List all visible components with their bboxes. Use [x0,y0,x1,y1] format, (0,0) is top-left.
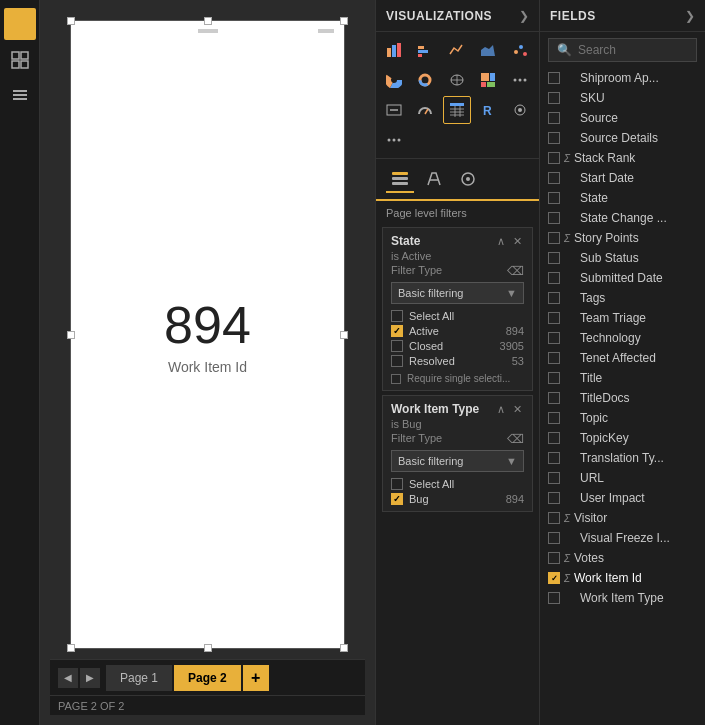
field-item-checkbox[interactable] [548,492,560,504]
workitem-filter-dropdown[interactable]: Basic filtering ▼ [391,450,524,472]
fields-search-box[interactable]: 🔍 [548,38,697,62]
field-list-item[interactable]: Work Item Type [544,588,701,608]
field-list-item[interactable]: ΣWork Item Id [544,568,701,588]
field-item-checkbox[interactable] [548,592,560,604]
state-filter-row-closed[interactable]: Closed 3905 [391,340,524,352]
viz-stacked-bar-icon[interactable] [380,36,408,64]
viz-format-tool-icon[interactable] [420,165,448,193]
field-list-item[interactable]: Start Date [544,168,701,188]
viz-treemap-icon[interactable] [474,66,502,94]
grid-sidebar-icon[interactable] [4,44,36,76]
resize-handle-rm[interactable] [340,331,348,339]
field-list-item[interactable]: TitleDocs [544,388,701,408]
layers-sidebar-icon[interactable] [4,80,36,112]
state-filter-row-resolved[interactable]: Resolved 53 [391,355,524,367]
viz-pie-icon[interactable] [380,66,408,94]
field-item-checkbox[interactable] [548,172,560,184]
viz-gauge-icon[interactable] [411,96,439,124]
field-item-checkbox[interactable] [548,312,560,324]
field-list-item[interactable]: Source [544,108,701,128]
field-item-checkbox[interactable] [548,512,560,524]
field-list-item[interactable]: Visual Freeze I... [544,528,701,548]
state-filter-checkbox-resolved[interactable] [391,355,403,367]
field-item-checkbox[interactable] [548,532,560,544]
field-list-item[interactable]: Source Details [544,128,701,148]
page-tab-2[interactable]: Page 2 [174,665,241,691]
workitem-filter-eraser-icon[interactable]: ⌫ [507,432,524,446]
state-filter-checkbox-active[interactable] [391,325,403,337]
field-item-checkbox[interactable] [548,72,560,84]
page-tab-next-btn[interactable]: ▶ [80,668,100,688]
bar-chart-sidebar-icon[interactable] [4,8,36,40]
field-item-checkbox[interactable] [548,552,560,564]
viz-bar-icon[interactable] [411,36,439,64]
field-item-checkbox[interactable] [548,232,560,244]
workitem-filter-row-bug[interactable]: Bug 894 [391,493,524,505]
field-item-checkbox[interactable] [548,412,560,424]
workitem-filter-row-select-all[interactable]: Select All [391,478,524,490]
field-item-checkbox[interactable] [548,352,560,364]
field-list-item[interactable]: Technology [544,328,701,348]
field-list-item[interactable]: ΣVotes [544,548,701,568]
viz-r-icon[interactable]: R [474,96,502,124]
field-list-item[interactable]: State [544,188,701,208]
field-item-checkbox[interactable] [548,572,560,584]
resize-handle-bm[interactable] [204,644,212,652]
viz-analytics-tool-icon[interactable] [454,165,482,193]
field-list-item[interactable]: Shiproom Ap... [544,68,701,88]
viz-scatter-icon[interactable] [506,36,534,64]
field-list-item[interactable]: ΣStory Points [544,228,701,248]
resize-handle-br[interactable] [340,644,348,652]
page-tab-1[interactable]: Page 1 [106,665,172,691]
page-tab-add-btn[interactable]: + [243,665,269,691]
field-list-item[interactable]: ΣStack Rank [544,148,701,168]
field-list-item[interactable]: Title [544,368,701,388]
field-list-item[interactable]: Submitted Date [544,268,701,288]
field-list-item[interactable]: Sub Status [544,248,701,268]
field-item-checkbox[interactable] [548,92,560,104]
viz-more-icon[interactable] [506,66,534,94]
field-list-item[interactable]: SKU [544,88,701,108]
viz-extra-more-icon[interactable] [380,126,408,154]
resize-handle-bl[interactable] [67,644,75,652]
field-item-checkbox[interactable] [548,332,560,344]
state-filter-eraser-icon[interactable]: ⌫ [507,264,524,278]
fields-search-input[interactable] [578,43,688,57]
field-item-checkbox[interactable] [548,132,560,144]
field-item-checkbox[interactable] [548,292,560,304]
viz-area-icon[interactable] [474,36,502,64]
field-item-checkbox[interactable] [548,432,560,444]
resize-handle-tm[interactable] [204,17,212,25]
field-item-checkbox[interactable] [548,192,560,204]
field-list-item[interactable]: Tenet Affected [544,348,701,368]
resize-handle-lm[interactable] [67,331,75,339]
field-list-item[interactable]: Translation Ty... [544,448,701,468]
field-item-checkbox[interactable] [548,272,560,284]
field-item-checkbox[interactable] [548,392,560,404]
field-item-checkbox[interactable] [548,252,560,264]
state-filter-remove-btn[interactable]: ✕ [511,235,524,248]
canvas-page[interactable]: 894 Work Item Id [70,20,345,649]
state-filter-row-active[interactable]: Active 894 [391,325,524,337]
workitem-filter-checkbox-select-all[interactable] [391,478,403,490]
resize-handle-tr[interactable] [340,17,348,25]
field-list-item[interactable]: URL [544,468,701,488]
workitem-filter-remove-btn[interactable]: ✕ [511,403,524,416]
viz-panel-arrow[interactable]: ❯ [519,9,529,23]
page-tab-prev-btn[interactable]: ◀ [58,668,78,688]
field-item-checkbox[interactable] [548,152,560,164]
workitem-filter-checkbox-bug[interactable] [391,493,403,505]
field-item-checkbox[interactable] [548,452,560,464]
field-item-checkbox[interactable] [548,472,560,484]
state-filter-collapse-btn[interactable]: ∧ [495,235,507,248]
state-filter-row-select-all[interactable]: Select All [391,310,524,322]
viz-card-icon[interactable] [380,96,408,124]
state-filter-checkbox-closed[interactable] [391,340,403,352]
field-list-item[interactable]: ΣVisitor [544,508,701,528]
field-item-checkbox[interactable] [548,212,560,224]
viz-python-icon[interactable] [506,96,534,124]
field-list-item[interactable]: Team Triage [544,308,701,328]
state-filter-dropdown[interactable]: Basic filtering ▼ [391,282,524,304]
workitem-filter-collapse-btn[interactable]: ∧ [495,403,507,416]
fields-panel-arrow[interactable]: ❯ [685,9,695,23]
